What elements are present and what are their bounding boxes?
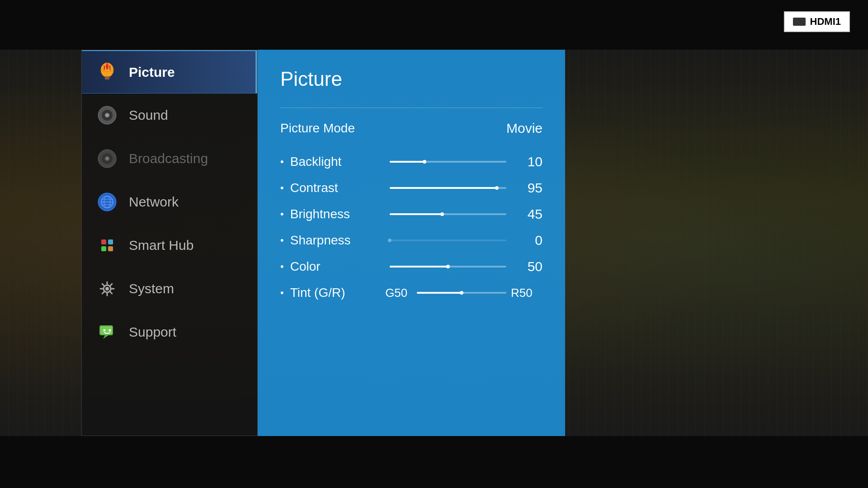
slider-thumb[interactable] [460,291,463,295]
sidebar-item-network[interactable]: Network [82,180,257,224]
svg-line-31 [110,284,112,286]
svg-rect-19 [101,239,106,244]
broadcasting-icon [95,147,119,170]
setting-name: Tint (G/R) [290,286,381,300]
tint-right-label: R50 [511,286,542,300]
setting-row-tint--g-r-[interactable]: • Tint (G/R) G50 R50 [280,280,542,306]
slider-track[interactable] [390,239,506,241]
slider-thumb[interactable] [388,239,392,242]
setting-value: 95 [515,180,542,196]
slider-fill [390,187,497,189]
svg-line-30 [110,292,112,294]
sidebar-item-picture[interactable]: Picture [82,50,257,94]
top-bar [0,0,868,50]
svg-point-36 [104,329,106,332]
slider-thumb[interactable] [446,265,450,268]
setting-row-contrast[interactable]: • Contrast 95 [280,175,542,201]
smarthub-icon [95,234,119,257]
setting-name: Sharpness [290,233,381,248]
sidebar-item-smarthub[interactable]: Smart Hub [82,224,257,267]
svg-rect-21 [101,246,106,251]
svg-point-24 [105,287,109,291]
picture-icon [95,61,119,84]
slider-thumb[interactable] [423,160,426,164]
slider-fill [417,292,462,294]
sidebar-item-label-system: System [129,281,174,296]
setting-bullet: • [280,208,284,220]
setting-row-brightness[interactable]: • Brightness 45 [280,201,542,227]
sidebar-item-label-broadcasting: Broadcasting [129,151,208,166]
panel-divider [280,108,542,108]
sidebar-item-sound[interactable]: Sound [82,94,257,137]
sidebar-item-label-support: Support [129,324,176,340]
sidebar-item-label-picture: Picture [129,65,175,80]
sidebar-item-support[interactable]: Support [82,310,257,354]
slider-track[interactable] [390,213,506,215]
svg-line-32 [102,292,104,294]
setting-name: Brightness [290,207,381,221]
picture-mode-label: Picture Mode [280,121,506,136]
svg-point-37 [109,329,111,332]
setting-bullet: • [280,235,284,246]
setting-bullet: • [280,261,284,272]
sidebar-item-system[interactable]: System [82,267,257,310]
setting-name: Contrast [290,181,381,195]
svg-point-8 [106,114,108,116]
slider-thumb[interactable] [495,186,499,190]
setting-row-backlight[interactable]: • Backlight 10 [280,149,542,175]
setting-value: 10 [515,154,542,169]
svg-rect-20 [108,239,113,244]
setting-name: Backlight [290,155,381,169]
network-icon [95,190,119,214]
system-icon [95,277,119,300]
tint-left-label: G50 [381,286,412,300]
setting-value: 45 [515,206,542,222]
sidebar-item-broadcasting[interactable]: Broadcasting [82,137,257,180]
svg-point-12 [106,158,108,160]
svg-marker-35 [103,335,108,339]
support-icon [95,320,119,344]
setting-row-sharpness[interactable]: • Sharpness 0 [280,227,542,253]
hdmi-badge: HDMI1 [784,11,850,32]
hdmi-icon [793,18,806,26]
slider-track[interactable] [390,266,506,267]
slider-fill [390,161,425,163]
slider-thumb[interactable] [440,212,444,216]
panel-title: Picture [280,68,542,90]
sidebar-item-label-sound: Sound [129,108,168,123]
slider-track[interactable] [390,187,506,189]
bottom-bar [0,436,868,488]
slider-track[interactable] [390,161,506,163]
svg-rect-2 [105,76,109,80]
sidebar: Picture Sound [81,50,258,436]
setting-value: 50 [515,259,542,274]
picture-mode-value: Movie [506,121,542,136]
picture-panel: Picture Picture Mode Movie • Backlight 1… [258,50,565,436]
sidebar-item-label-network: Network [129,194,179,210]
hdmi-label: HDMI1 [810,16,841,28]
sidebar-item-label-smarthub: Smart Hub [129,238,193,253]
slider-fill [390,213,442,215]
ui-container: Picture Sound [0,50,868,436]
picture-mode-row[interactable]: Picture Mode Movie [280,121,542,136]
svg-line-29 [102,284,104,286]
slider-track[interactable] [417,292,506,294]
setting-name: Color [290,259,381,274]
setting-bullet: • [280,287,284,299]
settings-list: • Backlight 10 • Contrast 95 • Brightnes… [280,149,542,306]
sound-icon [95,103,119,127]
setting-value: 0 [515,233,542,248]
setting-row-color[interactable]: • Color 50 [280,253,542,280]
slider-fill [390,266,448,267]
setting-bullet: • [280,156,284,168]
svg-rect-22 [108,246,113,251]
setting-bullet: • [280,182,284,194]
